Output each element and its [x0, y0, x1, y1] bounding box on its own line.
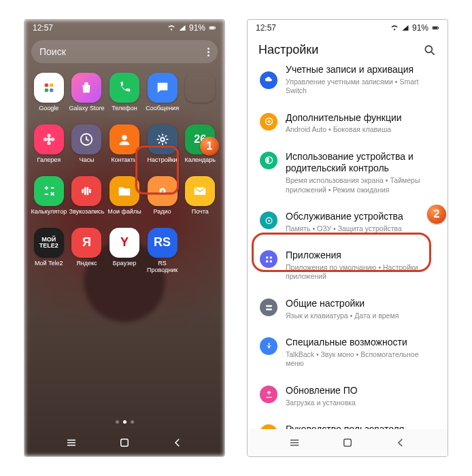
settings-item-a11y[interactable]: Специальные возможностиTalkBack • Звук м…: [252, 328, 443, 377]
app-label: Яндекс: [76, 260, 97, 267]
rs-icon: RS: [148, 228, 178, 258]
app-label: Почта: [192, 209, 209, 216]
settings-item-care[interactable]: Обслуживание устройстваПамять • ОЗУ • За…: [252, 203, 443, 241]
battery-text: 91%: [189, 23, 205, 33]
battery-icon: [431, 24, 439, 32]
settings-item-subtitle: Управление учетными записями • Smart Swi…: [286, 78, 437, 96]
app-календарь[interactable]: 26Календарь: [181, 123, 219, 175]
svg-rect-2: [215, 27, 216, 29]
radio-icon: [148, 176, 178, 206]
settings-item-text: Общие настройкиЯзык и клавиатура • Дата …: [286, 298, 437, 320]
nav-home[interactable]: [341, 437, 354, 449]
svg-rect-35: [344, 439, 352, 447]
nav-back[interactable]: [394, 437, 407, 449]
svg-point-9: [47, 141, 51, 146]
app-контакты[interactable]: Контакты: [105, 123, 144, 175]
folder-icon: [109, 176, 139, 206]
settings-item-subtitle: Память • ОЗУ • Защита устройства: [286, 224, 437, 234]
a11y-icon: [260, 337, 277, 355]
app-мои-файлы[interactable]: Мои файлы: [105, 175, 144, 226]
app-мой-tele2[interactable]: МОЙTELE2Мой Tele2: [30, 226, 68, 278]
app-радио[interactable]: Радио: [144, 175, 182, 226]
svg-point-16: [161, 190, 164, 192]
settings-item-text: ПриложенияПриложения по умолчанию • Наст…: [286, 250, 437, 282]
settings-item-title: Обновление ПО: [286, 385, 437, 397]
wifi-icon: [390, 24, 399, 32]
app-label: Радио: [154, 209, 171, 216]
settings-item-update[interactable]: Обновление ПОЗагрузка и установка: [252, 377, 443, 415]
settings-item-title: Специальные возможности: [286, 337, 437, 349]
app-калькулятор[interactable]: Калькулятор: [30, 175, 68, 226]
app-телефон[interactable]: Телефон: [105, 71, 144, 123]
svg-rect-30: [269, 260, 271, 262]
nav-recent[interactable]: [65, 437, 78, 449]
app-galaxy-store[interactable]: Galaxy Store: [68, 71, 106, 123]
flower-icon: [34, 124, 64, 154]
update-icon: [260, 386, 277, 403]
clock-icon: [71, 124, 101, 154]
search-icon[interactable]: [423, 44, 437, 57]
app-label: Сообщения: [146, 105, 179, 112]
svg-point-8: [47, 134, 51, 138]
app-звукозапись[interactable]: Звукозапись: [68, 175, 106, 226]
settings-item-subtitle: Загрузка и установка: [286, 398, 437, 408]
cal-icon: 26: [185, 124, 215, 154]
app-rs-проводник[interactable]: RSRS Проводник: [144, 226, 182, 278]
svg-rect-32: [266, 308, 272, 310]
settings-item-text: Использование устройства и родительский …: [286, 151, 437, 194]
svg-rect-29: [266, 260, 268, 262]
app-label: Звукозапись: [69, 209, 105, 216]
battery-text: 91%: [412, 23, 428, 33]
mail-icon: [185, 176, 215, 206]
app-настройки[interactable]: Настройки: [144, 123, 182, 175]
status-bar: 12:57 91%: [24, 20, 224, 36]
settings-title: Настройки: [258, 43, 318, 57]
app-почта[interactable]: Почта: [181, 175, 219, 226]
settings-item-general[interactable]: Общие настройкиЯзык и клавиатура • Дата …: [252, 290, 443, 328]
app-браузер[interactable]: YБраузер: [105, 226, 144, 278]
bag-icon: [71, 73, 101, 103]
nav-bar: [248, 429, 448, 456]
settings-list: Учетные записи и архивацияУправление уче…: [248, 61, 448, 454]
app-label: Galaxy Store: [69, 105, 104, 112]
settings-item-title: Дополнительные функции: [286, 112, 437, 124]
status-bar: 12:57 91%: [248, 20, 448, 36]
settings-item-subtitle: Время использования экрана • Таймеры при…: [286, 176, 437, 194]
settings-item-apps[interactable]: ПриложенияПриложения по умолчанию • Наст…: [252, 241, 443, 290]
settings-item-plus[interactable]: Дополнительные функцииAndroid Auto • Бок…: [252, 104, 443, 143]
status-icons: 91%: [390, 23, 439, 33]
app-google[interactable]: Google: [30, 71, 68, 123]
settings-header: Настройки: [248, 36, 448, 61]
app-яндекс[interactable]: ЯЯндекс: [68, 226, 106, 278]
ybrowser-icon: Y: [109, 228, 139, 258]
app-label: Настройки: [148, 157, 178, 164]
app-label: Мои файлы: [107, 209, 141, 216]
svg-rect-18: [121, 439, 129, 447]
search-bar[interactable]: Поиск: [31, 40, 218, 63]
app-галерея[interactable]: Галерея: [30, 123, 68, 175]
gear-icon: [148, 124, 178, 154]
battery-icon: [208, 24, 216, 32]
plus-icon: [260, 113, 277, 131]
app-сообщения[interactable]: Сообщения: [144, 71, 182, 123]
google-icon: [34, 73, 64, 103]
app-label: Контакты: [112, 157, 138, 164]
msg-icon: [148, 73, 178, 103]
settings-item-cloud[interactable]: Учетные записи и архивацияУправление уче…: [252, 61, 443, 104]
settings-item-title: Учетные записи и архивация: [286, 64, 437, 76]
nav-recent[interactable]: [288, 437, 301, 449]
care-icon: [260, 211, 277, 229]
app-label: Часы: [79, 157, 94, 164]
nav-back[interactable]: [171, 437, 184, 449]
apps-icon: [260, 250, 277, 268]
general-icon: [260, 299, 277, 316]
app-часы[interactable]: Часы: [68, 123, 106, 175]
app-label: Браузер: [113, 260, 136, 267]
nav-home[interactable]: [118, 437, 131, 449]
app-label: RS Проводник: [144, 260, 182, 274]
settings-item-wellbeing[interactable]: Использование устройства и родительский …: [252, 143, 443, 203]
phone-icon: [109, 73, 139, 103]
app-label: Google: [39, 105, 58, 112]
more-icon[interactable]: [207, 48, 209, 56]
settings-item-subtitle: Язык и клавиатура • Дата и время: [286, 311, 437, 321]
